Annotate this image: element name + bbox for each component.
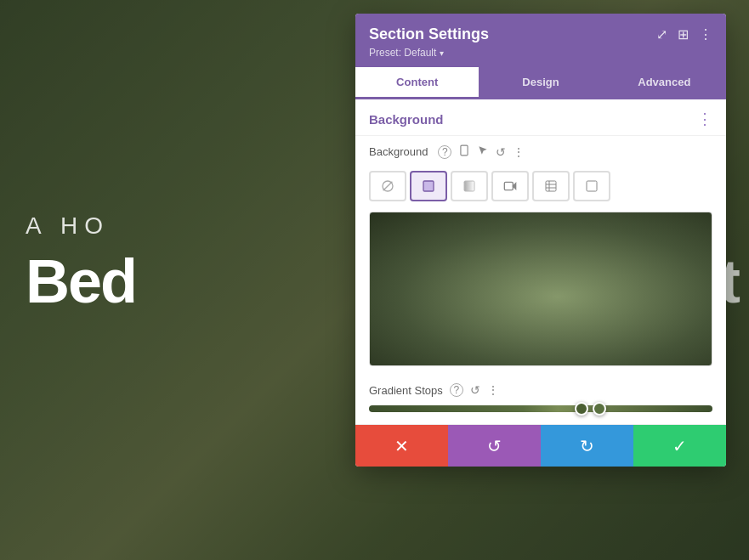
background-undo-icon[interactable]: ↺: [496, 145, 506, 159]
cancel-button[interactable]: ✕: [355, 425, 448, 467]
bg-type-gradient[interactable]: [451, 171, 488, 201]
background-row: Background ? ↺ ⋮: [355, 136, 726, 167]
gradient-slider-track[interactable]: [369, 405, 712, 412]
panel-header-icons: ⤢ ⊞ ⋮: [656, 26, 712, 42]
bg-type-none[interactable]: [369, 171, 406, 201]
tab-content[interactable]: Content: [355, 67, 479, 99]
columns-icon[interactable]: ⊞: [678, 26, 689, 42]
svg-rect-6: [504, 182, 513, 189]
svg-rect-0: [461, 145, 468, 156]
section-settings-panel: Section Settings ⤢ ⊞ ⋮ Preset: Default C…: [355, 14, 726, 467]
svg-rect-5: [464, 181, 474, 191]
undo-button[interactable]: ↺: [448, 425, 541, 467]
bg-type-pattern[interactable]: [532, 171, 570, 201]
gradient-stops-row: Gradient Stops ? ↺ ⋮: [355, 376, 726, 402]
svg-rect-12: [587, 181, 597, 191]
bg-text-ah: A HO: [26, 212, 110, 240]
panel-more-icon[interactable]: ⋮: [699, 26, 712, 42]
gradient-stops-more-icon[interactable]: ⋮: [487, 383, 499, 397]
gradient-slider-thumb-1[interactable]: [575, 402, 588, 416]
gradient-stops-label: Gradient Stops: [369, 384, 443, 397]
redo-button[interactable]: ↻: [541, 425, 633, 467]
gradient-slider-thumb-2[interactable]: [593, 402, 606, 416]
panel-tabs: Content Design Advanced: [355, 67, 726, 99]
background-row-label: Background: [369, 145, 428, 158]
save-button[interactable]: ✓: [633, 425, 726, 467]
bg-type-color[interactable]: [410, 171, 447, 201]
gradient-preview[interactable]: [369, 212, 712, 366]
panel-header: Section Settings ⤢ ⊞ ⋮ Preset: Default: [355, 14, 726, 67]
bg-text-bed: Bed: [26, 246, 136, 316]
gradient-stops-undo-icon[interactable]: ↺: [470, 383, 480, 397]
bg-type-map[interactable]: [573, 171, 610, 201]
svg-rect-8: [546, 181, 556, 191]
background-type-row: [355, 167, 726, 208]
background-mobile-icon[interactable]: [458, 144, 470, 159]
gradient-slider-container: [355, 402, 726, 424]
panel-content: Background ⋮ Background ? ↺ ⋮: [355, 99, 726, 424]
expand-icon[interactable]: ⤢: [656, 26, 667, 42]
background-more-row-icon[interactable]: ⋮: [513, 145, 525, 159]
svg-rect-4: [423, 181, 434, 191]
background-cursor-icon[interactable]: [477, 144, 489, 159]
panel-title: Section Settings: [369, 25, 489, 43]
background-section-more-icon[interactable]: ⋮: [697, 110, 712, 128]
bg-type-video[interactable]: [491, 171, 529, 201]
background-section-title: Background: [369, 112, 444, 127]
tab-design[interactable]: Design: [479, 67, 602, 99]
svg-line-3: [383, 182, 393, 191]
background-section-header: Background ⋮: [355, 99, 726, 136]
panel-footer: ✕ ↺ ↻ ✓: [355, 424, 726, 467]
gradient-stops-help-icon[interactable]: ?: [450, 383, 463, 397]
preset-selector[interactable]: Preset: Default: [369, 47, 712, 59]
background-help-icon[interactable]: ?: [438, 145, 451, 159]
tab-advanced[interactable]: Advanced: [603, 67, 726, 99]
